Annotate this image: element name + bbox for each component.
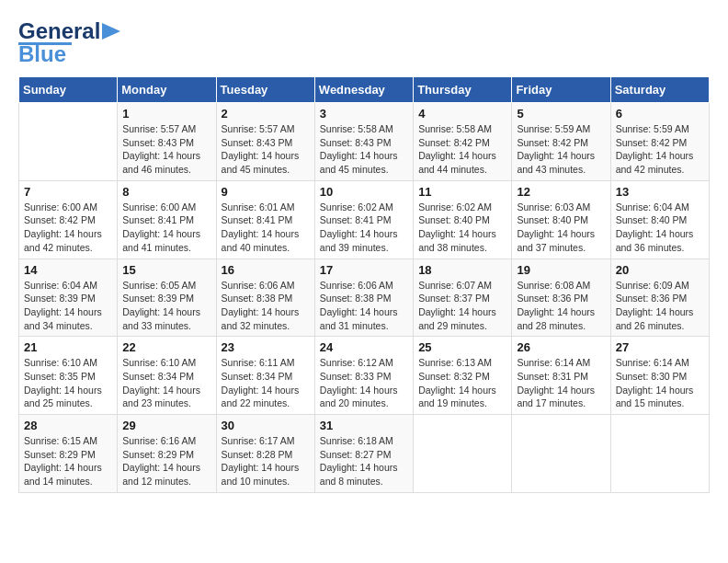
- day-info: Sunrise: 6:09 AM Sunset: 8:36 PM Dayligh…: [616, 279, 704, 333]
- day-cell: 25Sunrise: 6:13 AM Sunset: 8:32 PM Dayli…: [414, 337, 512, 415]
- day-cell: 3Sunrise: 5:58 AM Sunset: 8:43 PM Daylig…: [314, 103, 413, 181]
- day-info: Sunrise: 6:04 AM Sunset: 8:40 PM Dayligh…: [616, 201, 704, 255]
- day-number: 27: [616, 340, 704, 354]
- day-number: 17: [320, 263, 408, 277]
- day-info: Sunrise: 6:02 AM Sunset: 8:41 PM Dayligh…: [320, 201, 408, 255]
- day-number: 26: [517, 340, 605, 354]
- day-info: Sunrise: 6:16 AM Sunset: 8:29 PM Dayligh…: [122, 434, 210, 488]
- day-info: Sunrise: 5:59 AM Sunset: 8:42 PM Dayligh…: [616, 122, 704, 177]
- weekday-header-tuesday: Tuesday: [216, 77, 314, 103]
- day-number: 10: [320, 185, 408, 199]
- day-cell: 22Sunrise: 6:10 AM Sunset: 8:34 PM Dayli…: [118, 337, 216, 415]
- day-number: 6: [616, 107, 704, 121]
- day-info: Sunrise: 6:13 AM Sunset: 8:32 PM Dayligh…: [418, 356, 506, 410]
- day-cell: 19Sunrise: 6:08 AM Sunset: 8:36 PM Dayli…: [512, 259, 610, 337]
- day-info: Sunrise: 6:18 AM Sunset: 8:27 PM Dayligh…: [320, 434, 408, 488]
- day-cell: 2Sunrise: 5:57 AM Sunset: 8:43 PM Daylig…: [216, 103, 314, 181]
- week-row-2: 7Sunrise: 6:00 AM Sunset: 8:42 PM Daylig…: [19, 180, 710, 259]
- day-number: 7: [24, 185, 112, 199]
- weekday-header-sunday: Sunday: [19, 77, 118, 103]
- day-number: 22: [122, 340, 210, 354]
- day-info: Sunrise: 6:00 AM Sunset: 8:42 PM Dayligh…: [24, 201, 112, 255]
- day-info: Sunrise: 6:10 AM Sunset: 8:34 PM Dayligh…: [122, 356, 210, 410]
- day-cell: 23Sunrise: 6:11 AM Sunset: 8:34 PM Dayli…: [216, 337, 314, 415]
- day-number: 31: [320, 419, 408, 432]
- day-info: Sunrise: 6:11 AM Sunset: 8:34 PM Dayligh…: [222, 356, 310, 410]
- day-number: 19: [517, 263, 605, 277]
- day-info: Sunrise: 6:06 AM Sunset: 8:38 PM Dayligh…: [222, 279, 310, 333]
- week-row-3: 14Sunrise: 6:04 AM Sunset: 8:39 PM Dayli…: [19, 259, 710, 337]
- header: General Blue: [18, 18, 710, 67]
- day-info: Sunrise: 6:14 AM Sunset: 8:30 PM Dayligh…: [616, 356, 704, 410]
- day-cell: 28Sunrise: 6:15 AM Sunset: 8:29 PM Dayli…: [19, 415, 118, 493]
- day-info: Sunrise: 5:59 AM Sunset: 8:42 PM Dayligh…: [517, 122, 605, 177]
- day-cell: 12Sunrise: 6:03 AM Sunset: 8:40 PM Dayli…: [512, 180, 610, 259]
- day-number: 30: [222, 419, 310, 432]
- logo-text-blue: Blue: [18, 41, 66, 67]
- day-cell: 5Sunrise: 5:59 AM Sunset: 8:42 PM Daylig…: [512, 103, 610, 181]
- day-info: Sunrise: 6:03 AM Sunset: 8:40 PM Dayligh…: [517, 201, 605, 255]
- logo-text-general: General: [18, 18, 100, 44]
- day-number: 23: [222, 340, 310, 354]
- svg-marker-0: [102, 23, 120, 40]
- day-info: Sunrise: 6:00 AM Sunset: 8:41 PM Dayligh…: [122, 201, 210, 255]
- day-info: Sunrise: 6:15 AM Sunset: 8:29 PM Dayligh…: [24, 434, 112, 488]
- day-info: Sunrise: 6:07 AM Sunset: 8:37 PM Dayligh…: [418, 279, 506, 333]
- day-cell: 29Sunrise: 6:16 AM Sunset: 8:29 PM Dayli…: [118, 415, 216, 493]
- day-cell: [414, 415, 512, 493]
- week-row-4: 21Sunrise: 6:10 AM Sunset: 8:35 PM Dayli…: [19, 337, 710, 415]
- day-number: 3: [320, 107, 408, 121]
- day-number: 2: [222, 107, 310, 121]
- day-number: 5: [517, 107, 605, 121]
- day-cell: 8Sunrise: 6:00 AM Sunset: 8:41 PM Daylig…: [118, 180, 216, 259]
- day-cell: 15Sunrise: 6:05 AM Sunset: 8:39 PM Dayli…: [118, 259, 216, 337]
- day-info: Sunrise: 5:57 AM Sunset: 8:43 PM Dayligh…: [222, 122, 310, 177]
- day-info: Sunrise: 6:01 AM Sunset: 8:41 PM Dayligh…: [222, 201, 310, 255]
- day-info: Sunrise: 6:04 AM Sunset: 8:39 PM Dayligh…: [24, 279, 112, 333]
- day-info: Sunrise: 6:17 AM Sunset: 8:28 PM Dayligh…: [222, 434, 310, 488]
- day-cell: 27Sunrise: 6:14 AM Sunset: 8:30 PM Dayli…: [610, 337, 709, 415]
- day-cell: 20Sunrise: 6:09 AM Sunset: 8:36 PM Dayli…: [610, 259, 709, 337]
- day-number: 11: [418, 185, 506, 199]
- day-number: 21: [24, 340, 112, 354]
- day-number: 4: [418, 107, 506, 121]
- day-cell: 31Sunrise: 6:18 AM Sunset: 8:27 PM Dayli…: [314, 415, 413, 493]
- day-number: 15: [122, 263, 210, 277]
- calendar-table: SundayMondayTuesdayWednesdayThursdayFrid…: [18, 76, 710, 493]
- day-cell: 24Sunrise: 6:12 AM Sunset: 8:33 PM Dayli…: [314, 337, 413, 415]
- day-cell: 4Sunrise: 5:58 AM Sunset: 8:42 PM Daylig…: [414, 103, 512, 181]
- day-cell: 14Sunrise: 6:04 AM Sunset: 8:39 PM Dayli…: [19, 259, 118, 337]
- day-number: 14: [24, 263, 112, 277]
- week-row-5: 28Sunrise: 6:15 AM Sunset: 8:29 PM Dayli…: [19, 415, 710, 493]
- day-number: 18: [418, 263, 506, 277]
- day-cell: [610, 415, 709, 493]
- logo: General Blue: [18, 18, 120, 67]
- day-info: Sunrise: 6:02 AM Sunset: 8:40 PM Dayligh…: [418, 201, 506, 255]
- day-number: 1: [122, 107, 210, 121]
- day-number: 13: [616, 185, 704, 199]
- day-cell: [512, 415, 610, 493]
- day-number: 16: [222, 263, 310, 277]
- day-info: Sunrise: 6:08 AM Sunset: 8:36 PM Dayligh…: [517, 279, 605, 333]
- weekday-header-wednesday: Wednesday: [314, 77, 413, 103]
- day-cell: 10Sunrise: 6:02 AM Sunset: 8:41 PM Dayli…: [314, 180, 413, 259]
- weekday-header-saturday: Saturday: [610, 77, 709, 103]
- day-number: 24: [320, 340, 408, 354]
- day-number: 8: [122, 185, 210, 199]
- day-info: Sunrise: 6:10 AM Sunset: 8:35 PM Dayligh…: [24, 356, 112, 410]
- day-number: 29: [122, 419, 210, 432]
- day-number: 28: [24, 419, 112, 432]
- day-number: 9: [222, 185, 310, 199]
- day-cell: 1Sunrise: 5:57 AM Sunset: 8:43 PM Daylig…: [118, 103, 216, 181]
- day-number: 25: [418, 340, 506, 354]
- day-info: Sunrise: 5:58 AM Sunset: 8:42 PM Dayligh…: [418, 122, 506, 177]
- day-number: 20: [616, 263, 704, 277]
- day-cell: 26Sunrise: 6:14 AM Sunset: 8:31 PM Dayli…: [512, 337, 610, 415]
- day-cell: 16Sunrise: 6:06 AM Sunset: 8:38 PM Dayli…: [216, 259, 314, 337]
- weekday-header-monday: Monday: [118, 77, 216, 103]
- day-cell: 7Sunrise: 6:00 AM Sunset: 8:42 PM Daylig…: [19, 180, 118, 259]
- day-cell: 18Sunrise: 6:07 AM Sunset: 8:37 PM Dayli…: [414, 259, 512, 337]
- day-info: Sunrise: 6:14 AM Sunset: 8:31 PM Dayligh…: [517, 356, 605, 410]
- day-info: Sunrise: 6:06 AM Sunset: 8:38 PM Dayligh…: [320, 279, 408, 333]
- day-info: Sunrise: 6:12 AM Sunset: 8:33 PM Dayligh…: [320, 356, 408, 410]
